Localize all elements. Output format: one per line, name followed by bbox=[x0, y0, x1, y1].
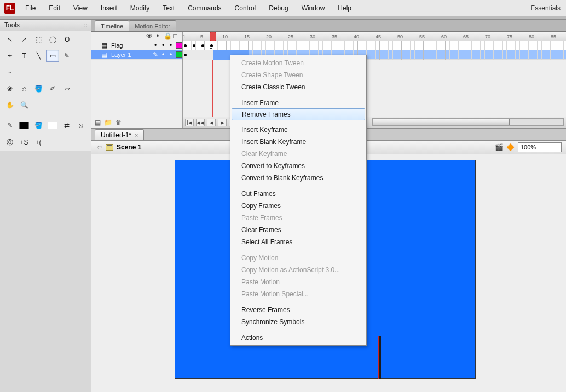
rectangle-tool[interactable]: ▭ bbox=[46, 50, 59, 62]
menu-view[interactable]: View bbox=[71, 2, 90, 14]
menu-insert[interactable]: Insert bbox=[99, 2, 119, 14]
fill-color-swatch[interactable] bbox=[46, 119, 59, 131]
3d-rotation-tool[interactable]: ◯ bbox=[46, 33, 59, 45]
ctx-reverse-frames[interactable]: Reverse Frames bbox=[230, 304, 366, 316]
subselection-tool[interactable]: ↗ bbox=[18, 33, 31, 45]
layers-footer: ▤ 📁 🗑 bbox=[91, 117, 182, 128]
tools-panel-header[interactable]: Tools :: bbox=[0, 20, 91, 31]
text-tool[interactable]: T bbox=[18, 50, 31, 62]
tab-motion-editor[interactable]: Motion Editor bbox=[129, 20, 176, 31]
bone-tool[interactable]: ⎌ bbox=[18, 83, 31, 95]
layer-row-layer1[interactable]: ▤ Layer 1 ✎ • • bbox=[91, 50, 182, 60]
swap-colors-icon[interactable]: ⇄ bbox=[60, 119, 73, 131]
menu-control[interactable]: Control bbox=[233, 2, 258, 14]
pen-tool[interactable]: ✒ bbox=[3, 50, 16, 62]
keyframe-dot[interactable] bbox=[201, 44, 204, 47]
layer-outline-swatch[interactable] bbox=[176, 51, 182, 58]
zoom-input[interactable]: 100% bbox=[518, 142, 562, 152]
line-tool[interactable]: ╲ bbox=[32, 50, 45, 62]
ctx-select-all-frames[interactable]: Select All Frames bbox=[230, 236, 366, 248]
layer-dot[interactable]: • bbox=[160, 42, 166, 49]
lock-column-icon[interactable]: 🔒 bbox=[164, 32, 169, 40]
nav-prev-icon[interactable]: ◀◀ bbox=[196, 119, 205, 126]
timeline-horizontal-scrollbar[interactable] bbox=[372, 118, 564, 126]
ruler-mark: 30 bbox=[310, 32, 315, 41]
ctx-cut-frames[interactable]: Cut Frames bbox=[230, 188, 366, 200]
stroke-color-swatch[interactable] bbox=[18, 119, 31, 131]
menu-modify[interactable]: Modify bbox=[128, 2, 152, 14]
edit-scene-icon[interactable]: 🎬 bbox=[495, 143, 503, 151]
tab-timeline[interactable]: Timeline bbox=[95, 20, 129, 31]
new-layer-icon[interactable]: ▤ bbox=[95, 119, 101, 126]
eraser-tool[interactable]: ▱ bbox=[60, 83, 73, 95]
timeline-scrollbar-thumb[interactable] bbox=[373, 119, 510, 125]
lasso-tool[interactable]: ʘ bbox=[60, 33, 73, 45]
playhead[interactable] bbox=[210, 32, 216, 41]
layer-visibility-dot[interactable]: • bbox=[153, 42, 158, 49]
selection-tool[interactable]: ↖ bbox=[3, 33, 16, 45]
ctx-clear-frames[interactable]: Clear Frames bbox=[230, 224, 366, 236]
ruler-mark: 50 bbox=[397, 32, 403, 41]
menu-help[interactable]: Help bbox=[336, 2, 354, 14]
zoom-tool[interactable]: 🔍 bbox=[18, 99, 31, 111]
free-transform-tool[interactable]: ⬚ bbox=[32, 33, 45, 45]
close-tab-icon[interactable]: × bbox=[135, 132, 138, 139]
smooth-icon[interactable]: +S bbox=[18, 136, 31, 148]
layer-lock-dot[interactable]: • bbox=[168, 42, 174, 49]
menu-commands[interactable]: Commands bbox=[186, 2, 223, 14]
ctx-insert-keyframe[interactable]: Insert Keyframe bbox=[230, 124, 366, 136]
workspace-switcher[interactable]: Essentials bbox=[530, 4, 561, 12]
outline-column-icon[interactable]: □ bbox=[172, 32, 178, 40]
stroke-color-icon: ✎ bbox=[3, 119, 16, 131]
ctx-actions[interactable]: Actions bbox=[230, 332, 366, 344]
nav-back-icon[interactable]: ◀ bbox=[207, 119, 216, 126]
frame-row-flag[interactable] bbox=[183, 41, 566, 50]
layers-header: 👁 • 🔒 □ bbox=[91, 32, 182, 41]
ctx-copy-frames[interactable]: Copy Frames bbox=[230, 200, 366, 212]
ctx-synchronize-symbols[interactable]: Synchronize Symbols bbox=[230, 316, 366, 328]
timeline-ruler[interactable]: 1510152025303540455055606570758085 bbox=[183, 32, 566, 41]
ctx-create-classic-tween[interactable]: Create Classic Tween bbox=[230, 81, 366, 93]
ctx-insert-blank-keyframe[interactable]: Insert Blank Keyframe bbox=[230, 136, 366, 148]
document-tab-untitled[interactable]: Untitled-1* × bbox=[95, 129, 144, 140]
pencil-tool[interactable]: ✎ bbox=[60, 50, 73, 62]
ruler-mark: 10 bbox=[222, 32, 228, 41]
keyframe-dot[interactable] bbox=[193, 44, 195, 47]
delete-layer-icon[interactable]: 🗑 bbox=[115, 119, 122, 126]
ctx-remove-frames[interactable]: Remove Frames bbox=[232, 108, 365, 120]
ruler-mark: 20 bbox=[266, 32, 272, 41]
new-folder-icon[interactable]: 📁 bbox=[104, 119, 112, 126]
layer-row-flag[interactable]: ▤ Flag • • • bbox=[91, 41, 182, 50]
titlebar: FL File Edit View Insert Modify Text Com… bbox=[0, 0, 566, 16]
ctx-convert-to-blank-keyframes[interactable]: Convert to Blank Keyframes bbox=[230, 172, 366, 184]
scene-back-icon[interactable]: ⇦ bbox=[97, 143, 102, 151]
flagpole-shape[interactable] bbox=[378, 336, 381, 379]
menu-window[interactable]: Window bbox=[299, 2, 327, 14]
hand-tool[interactable]: ✋ bbox=[3, 99, 16, 111]
menu-edit[interactable]: Edit bbox=[47, 2, 62, 14]
snap-to-objects-icon[interactable]: Ⓞ bbox=[3, 136, 16, 148]
keyframe-dot[interactable] bbox=[184, 44, 187, 47]
straighten-icon[interactable]: +( bbox=[32, 136, 45, 148]
menu-file[interactable]: File bbox=[23, 2, 38, 14]
no-color-icon[interactable]: ⦸ bbox=[74, 119, 88, 131]
layer-lock-dot[interactable]: • bbox=[168, 51, 174, 59]
nav-play-icon[interactable]: ▶ bbox=[218, 119, 227, 126]
deco-tool[interactable]: ❀ bbox=[3, 83, 16, 95]
paint-bucket-tool[interactable]: 🪣 bbox=[32, 83, 45, 95]
edit-symbols-icon[interactable]: 🔶 bbox=[506, 143, 515, 151]
brush-tool[interactable]: ꕀ bbox=[3, 66, 16, 78]
ctx-insert-frame[interactable]: Insert Frame bbox=[230, 97, 366, 109]
layer-edit-icon[interactable]: ✎ bbox=[153, 51, 158, 59]
dot-column-icon[interactable]: • bbox=[155, 32, 160, 40]
menu-debug[interactable]: Debug bbox=[267, 2, 290, 14]
nav-first-icon[interactable]: |◀ bbox=[185, 119, 194, 126]
eyedropper-tool[interactable]: ✐ bbox=[46, 83, 59, 95]
menu-text[interactable]: Text bbox=[160, 2, 177, 14]
ctx-convert-to-keyframes[interactable]: Convert to Keyframes bbox=[230, 160, 366, 172]
keyframe-dot[interactable] bbox=[184, 54, 187, 56]
eye-column-icon[interactable]: 👁 bbox=[146, 32, 152, 40]
layer-outline-swatch[interactable] bbox=[176, 42, 182, 49]
layer-visibility-dot[interactable]: • bbox=[160, 51, 166, 59]
scene-label[interactable]: Scene 1 bbox=[117, 143, 141, 151]
